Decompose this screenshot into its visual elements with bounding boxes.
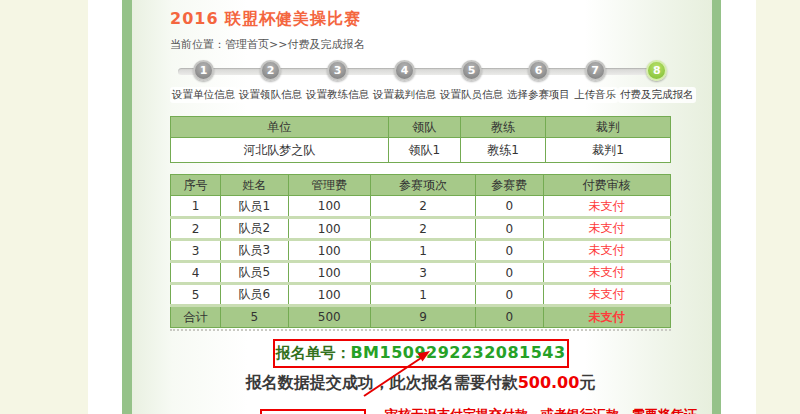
- fee-table-header-row: 序号 姓名 管理费 参赛项次 参赛费 付费审核: [171, 175, 671, 196]
- unpaid-status: 未支付: [543, 218, 671, 240]
- cell-mgmt-fee: 100: [288, 262, 371, 284]
- cell-mgmt-fee: 100: [288, 240, 371, 262]
- cell-event-count: 3: [371, 262, 476, 284]
- col-leader: 领队: [388, 117, 461, 138]
- cell-coach: 教练1: [461, 138, 546, 163]
- team-table-header-row: 单位 领队 教练 裁判: [171, 117, 671, 138]
- step-5-circle: 5: [461, 60, 482, 81]
- cell-event-count: 1: [371, 240, 476, 262]
- cell-referee: 裁判1: [546, 138, 671, 163]
- step-5-set-member-info[interactable]: 5 设置队员信息: [438, 60, 505, 103]
- step-6-label: 选择参赛项目: [505, 87, 572, 103]
- payment-amount: 500.00: [518, 373, 580, 392]
- table-row: 5 队员6 100 1 0 未支付: [171, 284, 671, 306]
- cell-index: 2: [171, 218, 221, 240]
- step-1-label: 设置单位信息: [170, 87, 237, 103]
- page-title: 2016 联盟杯健美操比赛: [170, 9, 671, 30]
- cell-name: 队员6: [221, 284, 289, 306]
- step-1-set-unit-info[interactable]: 1 设置单位信息: [170, 60, 237, 103]
- summary-suffix: 元: [579, 373, 595, 392]
- table-row: 3 队员3 100 1 0 未支付: [171, 240, 671, 262]
- cell-entry-fee: 0: [476, 240, 544, 262]
- total-pay-status: 未支付: [543, 306, 671, 328]
- cell-event-count: 2: [371, 218, 476, 240]
- step-5-label: 设置队员信息: [438, 87, 505, 103]
- dotted-separator: [170, 329, 671, 331]
- step-8-circle-active: 8: [646, 60, 667, 81]
- cell-entry-fee: 0: [476, 196, 544, 218]
- cell-entry-fee: 0: [476, 284, 544, 306]
- col-event-count: 参赛项次: [371, 175, 476, 196]
- payment-summary: 报名数据提交成功，此次报名需要付款500.00元: [170, 373, 671, 394]
- breadcrumb: 当前位置：管理首页>>付费及完成报名: [170, 37, 671, 52]
- cell-mgmt-fee: 100: [288, 284, 371, 306]
- col-pay-status: 付费审核: [543, 175, 671, 196]
- col-index: 序号: [171, 175, 221, 196]
- step-7-upload-music[interactable]: 7 上传音乐: [572, 60, 618, 103]
- step-8-pay-and-finish[interactable]: 8 付费及完成报名: [618, 60, 696, 103]
- cell-index: 3: [171, 240, 221, 262]
- actions-bar: 回首页 去支付宝付款 审核无误支付宝提交付款，或者银行汇款。需要将凭证及报名单号…: [170, 403, 671, 414]
- cell-name: 队员2: [221, 218, 289, 240]
- left-white-gutter: [88, 0, 122, 414]
- unpaid-status: 未支付: [543, 284, 671, 306]
- step-7-label: 上传音乐: [572, 87, 618, 103]
- total-members: 5: [221, 306, 289, 328]
- step-3-circle: 3: [327, 60, 348, 81]
- registration-number-box: 报名单号：BM1509292232081543: [273, 339, 569, 368]
- cell-name: 队员3: [221, 240, 289, 262]
- cell-entry-fee: 0: [476, 262, 544, 284]
- col-name: 姓名: [221, 175, 289, 196]
- right-white-gutter: [721, 0, 756, 414]
- col-mgmt-fee: 管理费: [288, 175, 371, 196]
- table-row: 2 队员2 100 2 0 未支付: [171, 218, 671, 240]
- col-coach: 教练: [461, 117, 546, 138]
- cell-mgmt-fee: 100: [288, 218, 371, 240]
- total-mgmt-fee: 500: [288, 306, 371, 328]
- cell-index: 5: [171, 284, 221, 306]
- fee-table: 序号 姓名 管理费 参赛项次 参赛费 付费审核 1 队员1 100 2 0 未支…: [170, 174, 671, 328]
- table-row: 4 队员5 100 3 0 未支付: [171, 262, 671, 284]
- step-4-set-referee-info[interactable]: 4 设置裁判信息: [371, 60, 438, 103]
- step-6-select-events[interactable]: 6 选择参赛项目: [505, 60, 572, 103]
- registration-number-value: BM1509292232081543: [350, 343, 565, 362]
- cell-leader: 领队1: [388, 138, 461, 163]
- total-entry-fee: 0: [476, 306, 544, 328]
- team-info-table: 单位 领队 教练 裁判 河北队梦之队 领队1 教练1 裁判1: [170, 116, 671, 163]
- cell-event-count: 1: [371, 284, 476, 306]
- progress-stepper: 1 设置单位信息 2 设置领队信息 3 设置教练信息 4 设置裁判信息 5 设置…: [170, 60, 671, 102]
- unpaid-status: 未支付: [543, 196, 671, 218]
- step-3-label: 设置教练信息: [304, 87, 371, 103]
- left-green-border: [122, 0, 132, 414]
- right-green-border: [712, 0, 721, 414]
- main-content: 2016 联盟杯健美操比赛 当前位置：管理首页>>付费及完成报名 1 设置单位信…: [170, 0, 671, 414]
- cell-mgmt-fee: 100: [288, 196, 371, 218]
- step-8-label: 付费及完成报名: [618, 87, 696, 103]
- cell-event-count: 2: [371, 196, 476, 218]
- summary-prefix: 报名数据提交成功，此次报名需要付款: [246, 373, 518, 392]
- step-7-circle: 7: [585, 60, 606, 81]
- step-2-circle: 2: [260, 60, 281, 81]
- cell-index: 4: [171, 262, 221, 284]
- step-3-set-coach-info[interactable]: 3 设置教练信息: [304, 60, 371, 103]
- cell-name: 队员5: [221, 262, 289, 284]
- payment-instruction-note: 审核无误支付宝提交付款，或者银行汇款。需要将凭证及报名单号发送至组委会核对。: [385, 407, 707, 414]
- cell-name: 队员1: [221, 196, 289, 218]
- col-entry-fee: 参赛费: [476, 175, 544, 196]
- cell-entry-fee: 0: [476, 218, 544, 240]
- step-2-set-leader-info[interactable]: 2 设置领队信息: [237, 60, 304, 103]
- fee-table-total-row: 合计 5 500 9 0 未支付: [171, 306, 671, 328]
- step-4-circle: 4: [394, 60, 415, 81]
- cell-index: 1: [171, 196, 221, 218]
- unpaid-status: 未支付: [543, 240, 671, 262]
- unpaid-status: 未支付: [543, 262, 671, 284]
- step-2-label: 设置领队信息: [237, 87, 304, 103]
- step-6-circle: 6: [528, 60, 549, 81]
- total-event-count: 9: [371, 306, 476, 328]
- step-4-label: 设置裁判信息: [371, 87, 438, 103]
- table-row: 1 队员1 100 2 0 未支付: [171, 196, 671, 218]
- registration-number-label: 报名单号：: [275, 344, 350, 362]
- step-1-circle: 1: [193, 60, 214, 81]
- col-referee: 裁判: [546, 117, 671, 138]
- total-label: 合计: [171, 306, 221, 328]
